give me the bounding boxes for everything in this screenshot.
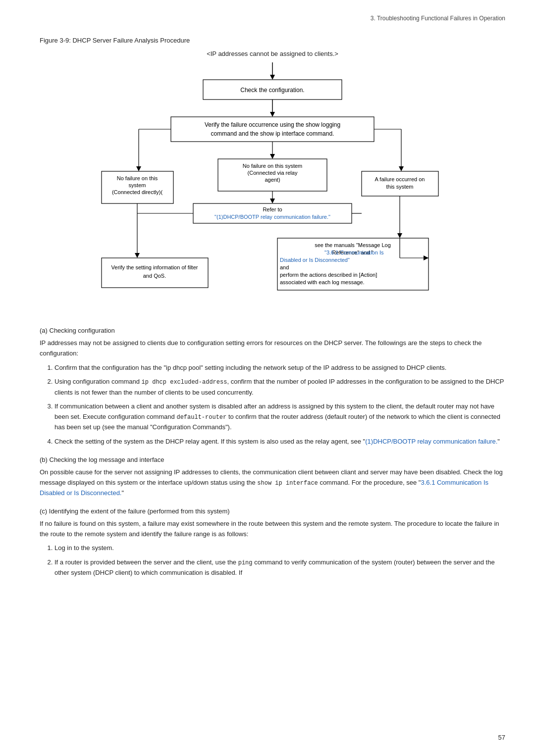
svg-text:see the manuals "Message Log: see the manuals "Message Log [315, 242, 391, 248]
svg-text:system: system [129, 182, 146, 188]
svg-text:this system: this system [386, 184, 413, 190]
section-c-list: Log in to the system. If a router is pro… [54, 543, 505, 578]
svg-text:perform the actions described : perform the actions described in [Action… [280, 272, 377, 278]
header-text: 3. Troubleshooting Functional Failures i… [371, 15, 505, 22]
diagram-container: <IP addresses cannot be assigned to clie… [40, 50, 505, 315]
section-a-heading: (a) Checking configuration [40, 327, 505, 334]
svg-text:(Connected directly)(: (Connected directly)( [112, 189, 162, 195]
page-number: 57 [498, 734, 505, 741]
svg-marker-11 [136, 166, 141, 171]
svg-text:agent): agent) [265, 177, 280, 183]
svg-marker-5 [270, 112, 275, 117]
code-inline: show ip interface [257, 480, 318, 487]
list-item: Log in to the system. [54, 543, 505, 554]
svg-rect-6 [171, 117, 374, 142]
svg-text:Verify the failure occurrence : Verify the failure occurrence using the … [205, 121, 340, 128]
svg-text:No failure on this: No failure on this [117, 175, 158, 181]
svg-text:Disabled or Is Disconnected": Disabled or Is Disconnected" [280, 257, 350, 263]
list-item: If communication between a client and an… [54, 402, 505, 433]
flowchart: Check the configuration. Verify the fail… [94, 62, 451, 305]
svg-text:No failure on this system: No failure on this system [243, 163, 302, 169]
svg-marker-34 [135, 253, 140, 258]
code-snippet: default-router [176, 414, 226, 421]
figure-title: Figure 3-9: DHCP Server Failure Analysis… [40, 37, 505, 44]
list-item: Confirm that the configuration has the "… [54, 363, 505, 373]
diagram-subtitle: <IP addresses cannot be assigned to clie… [207, 50, 338, 57]
svg-text:"(1)DHCP/BOOTP relay communica: "(1)DHCP/BOOTP relay communication failu… [214, 214, 330, 220]
section-c-heading: (c) Identifying the extent of the failur… [40, 507, 505, 515]
section-a-list: Confirm that the configuration has the "… [54, 363, 505, 447]
svg-marker-13 [270, 154, 275, 159]
svg-text:and QoS.: and QoS. [143, 273, 166, 279]
list-item: Check the setting of the system as the D… [54, 437, 505, 447]
page-header: 3. Troubleshooting Functional Failures i… [40, 15, 505, 22]
code-snippet: ip dhcp excluded-address [142, 379, 227, 386]
section-b-para1: On possible cause for the server not ass… [40, 467, 505, 499]
list-item: If a router is provided between the serv… [54, 557, 505, 578]
svg-marker-16 [399, 166, 404, 171]
svg-text:Verify the setting information: Verify the setting information of filter [111, 264, 198, 270]
svg-marker-38 [397, 233, 402, 238]
svg-text:command and the show ip interf: command and the show ip interface comman… [211, 130, 334, 137]
svg-text:(Connected via relay: (Connected via relay [248, 170, 298, 176]
svg-text:"3.6.1 Communication Is: "3.6.1 Communication Is [324, 250, 384, 255]
relay-link[interactable]: (1)DHCP/BOOTP relay communication failur… [365, 438, 497, 445]
section-c-para1: If no failure is found on this system, a… [40, 519, 505, 540]
section-a-para1: IP addresses may not be assigned to clie… [40, 338, 505, 359]
svg-text:and: and [280, 264, 289, 270]
svg-text:associated with each log messa: associated with each log message. [280, 279, 365, 285]
svg-text:Check the configuration.: Check the configuration. [240, 87, 304, 94]
svg-marker-29 [270, 199, 275, 203]
svg-text:Refer to: Refer to [263, 206, 282, 212]
section-b-heading: (b) Checking the log message and interfa… [40, 456, 505, 463]
code-inline: ping [238, 559, 253, 566]
svg-text:A failure occurred on: A failure occurred on [375, 176, 425, 182]
svg-marker-1 [270, 75, 275, 80]
list-item: Using configuration command ip dhcp excl… [54, 377, 505, 398]
